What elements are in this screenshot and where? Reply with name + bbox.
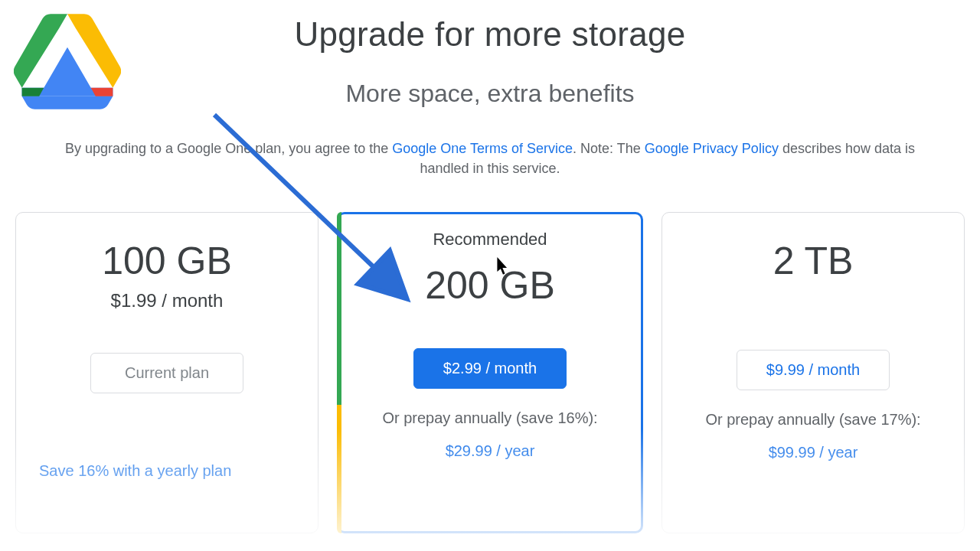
plan-size: 2 TB	[681, 240, 946, 282]
plan-100gb: 100 GB $1.99 / month Current plan Save 1…	[15, 212, 318, 533]
recommended-label: Recommended	[358, 230, 622, 249]
plans-row: 100 GB $1.99 / month Current plan Save 1…	[15, 212, 965, 533]
yearly-plan-link[interactable]: Save 16% with a yearly plan	[34, 462, 299, 480]
terms-link[interactable]: Google One Terms of Service	[392, 141, 573, 156]
page-subtitle: More space, extra benefits	[0, 80, 980, 108]
select-plan-button[interactable]: $2.99 / month	[413, 348, 567, 389]
disclaimer-text: By upgrading to a Google One plan, you a…	[61, 139, 919, 178]
plan-200gb: Recommended 200 GB $2.99 / month Or prep…	[337, 212, 643, 533]
cursor-icon	[496, 257, 510, 276]
prepay-text: Or prepay annually (save 16%):	[358, 407, 622, 429]
plan-price: $1.99 / month	[34, 290, 299, 311]
current-plan-button: Current plan	[90, 353, 243, 393]
plan-2tb: 2 TB $9.99 / month Or prepay annually (s…	[662, 212, 965, 533]
annual-price-link[interactable]: $29.99 / year	[358, 442, 622, 460]
select-plan-button[interactable]: $9.99 / month	[737, 350, 890, 390]
google-drive-icon	[14, 14, 121, 113]
plan-size: 200 GB	[358, 265, 622, 307]
disclaimer-prefix: By upgrading to a Google One plan, you a…	[65, 141, 392, 156]
annual-price-link[interactable]: $99.99 / year	[681, 444, 946, 461]
prepay-text: Or prepay annually (save 17%):	[681, 409, 946, 430]
privacy-link[interactable]: Google Privacy Policy	[645, 141, 779, 156]
page-title: Upgrade for more storage	[0, 15, 980, 54]
disclaimer-mid: . Note: The	[573, 141, 645, 156]
plan-size: 100 GB	[34, 240, 299, 282]
